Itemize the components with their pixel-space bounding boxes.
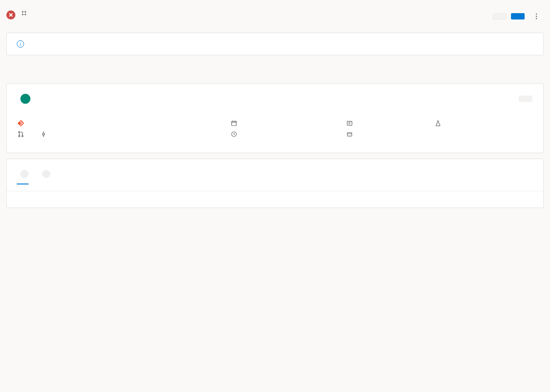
time-started-row [231, 120, 346, 126]
flask-icon [435, 120, 441, 126]
consumed-row[interactable] [346, 131, 435, 137]
time-col [231, 116, 346, 142]
run-new-button[interactable] [511, 13, 525, 19]
view-changes-button[interactable] [519, 96, 532, 102]
rerun-failed-button[interactable] [493, 13, 506, 19]
pipeline-icon [21, 10, 27, 16]
svg-point-6 [43, 133, 44, 135]
summary-card [6, 83, 544, 153]
svg-point-2 [536, 18, 537, 19]
commit-icon [40, 131, 47, 137]
work-item-icon [346, 120, 353, 126]
run-status-failed-icon [6, 10, 15, 19]
retention-banner: i [6, 33, 544, 55]
svg-rect-10 [347, 133, 352, 136]
git-icon [18, 120, 24, 126]
related-col [346, 116, 435, 142]
svg-point-0 [536, 14, 537, 15]
avatar [20, 94, 30, 104]
run-tabs [0, 69, 550, 78]
commit-row[interactable] [40, 131, 50, 137]
pull-request-icon [18, 131, 24, 137]
svg-rect-9 [347, 121, 352, 126]
svg-point-5 [22, 136, 23, 137]
tab-errors[interactable] [17, 168, 29, 184]
repo-name-row[interactable] [18, 120, 231, 126]
clock-icon [231, 131, 237, 137]
header-title-block [21, 9, 493, 16]
doc-link-row [7, 191, 543, 208]
svg-point-1 [536, 16, 537, 17]
warnings-count [42, 170, 50, 178]
run-pipeline[interactable] [21, 10, 493, 16]
errors-count [20, 170, 29, 178]
repo-version-col [18, 116, 231, 142]
tests-get-started-row[interactable] [435, 120, 532, 126]
more-actions-button[interactable] [529, 9, 544, 24]
svg-rect-7 [232, 121, 237, 126]
tab-warnings[interactable] [39, 168, 50, 184]
pr-number-row[interactable] [18, 131, 28, 137]
calendar-icon [231, 120, 237, 126]
pr-author-line [18, 94, 33, 104]
work-items-row[interactable] [346, 120, 435, 126]
svg-point-4 [19, 136, 20, 137]
tests-col [435, 116, 532, 142]
time-elapsed-row [231, 131, 346, 137]
svg-point-3 [19, 131, 20, 133]
issues-card [6, 159, 544, 208]
header-actions [493, 9, 544, 24]
artifact-icon [346, 131, 353, 137]
info-icon: i [17, 40, 24, 48]
run-header [0, 0, 550, 27]
